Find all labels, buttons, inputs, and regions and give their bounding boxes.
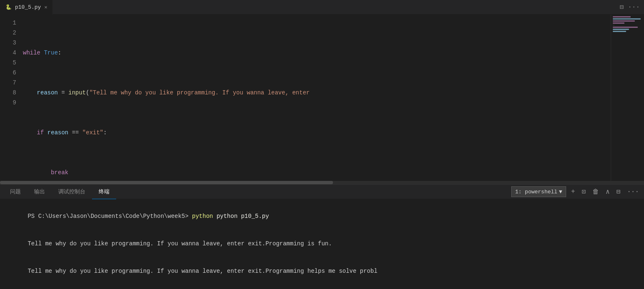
- add-terminal-button[interactable]: +: [569, 187, 577, 196]
- cmd-python: python: [192, 213, 213, 220]
- minimap-line-4: [613, 22, 624, 24]
- tab-debug-console[interactable]: 调试控制台: [52, 185, 92, 199]
- editor-scrollbar[interactable]: [0, 181, 644, 184]
- cmd-filename: python p10_5.py: [216, 213, 269, 220]
- minimap-line-8: [613, 31, 626, 32]
- tab-debug-label: 调试控制台: [58, 188, 85, 195]
- tab-problems[interactable]: 问题: [3, 185, 27, 199]
- tab-bar: 🐍 p10_5.py ✕ ⊟ ···: [0, 0, 644, 15]
- panel-more-button[interactable]: ···: [625, 187, 641, 196]
- panel-controls: 1: powershell ▼ + ⊡ 🗑 ∧ ⊟ ···: [511, 186, 641, 197]
- line-num-1: 1: [0, 18, 16, 28]
- tab-actions: ⊟ ···: [620, 3, 644, 11]
- delete-terminal-button[interactable]: 🗑: [591, 187, 601, 197]
- line-num-6: 6: [0, 68, 16, 78]
- terminal-dropdown[interactable]: 1: powershell ▼: [511, 186, 566, 197]
- terminal-content[interactable]: PS C:\Users\Jason\Documents\Code\Python\…: [0, 199, 644, 289]
- string-exit: "exit": [82, 128, 103, 138]
- terminal-output-1: Tell me why do you like programming. If …: [27, 240, 332, 247]
- terminal-line-2: Tell me why do you like programming. If …: [7, 257, 637, 285]
- panel-tab-bar: 问题 输出 调试控制台 终端 1: powershell ▼ + ⊡ 🗑 ∧ ⊟…: [0, 185, 644, 199]
- chevron-down-icon: ▼: [559, 189, 562, 195]
- tab-close-button[interactable]: ✕: [44, 4, 47, 10]
- terminal-dropdown-label: 1: powershell: [515, 189, 557, 195]
- minimap-line-6: [613, 27, 638, 28]
- string-arg: "Tell me why do you like programming. If…: [90, 88, 310, 98]
- kw-reason-var: reason: [37, 88, 58, 98]
- line-num-4: 4: [0, 48, 16, 58]
- terminal-line-1: Tell me why do you like programming. If …: [7, 230, 637, 257]
- tab-terminal[interactable]: 终端: [92, 185, 116, 199]
- terminal-prompt-1: PS C:\Users\Jason\Documents\Code\Python\…: [7, 203, 637, 230]
- bottom-panel: 问题 输出 调试控制台 终端 1: powershell ▼ + ⊡ 🗑 ∧ ⊟…: [0, 184, 644, 289]
- panel-chevron-up-button[interactable]: ∧: [604, 187, 612, 197]
- kw-true: True: [44, 48, 58, 58]
- terminal-output-2: Tell me why do you like programming. If …: [27, 268, 377, 274]
- maximize-panel-button[interactable]: ⊟: [615, 187, 622, 197]
- line-num-7: 7: [0, 78, 16, 88]
- scrollbar-thumb[interactable]: [0, 181, 333, 184]
- tab-filename: p10_5.py: [15, 4, 41, 10]
- editor-area: 1 2 3 4 5 6 7 8 9 while True: reason = i…: [0, 15, 644, 181]
- code-line-3: if reason == "exit":: [23, 128, 611, 138]
- kw-break: break: [51, 168, 68, 178]
- tab-terminal-label: 终端: [99, 188, 109, 195]
- tab-output[interactable]: 输出: [27, 185, 52, 199]
- minimap: [611, 15, 644, 181]
- python-icon: 🐍: [5, 4, 12, 10]
- minimap-line-7: [613, 29, 629, 30]
- line-numbers: 1 2 3 4 5 6 7 8 9: [0, 15, 23, 181]
- line-num-5: 5: [0, 58, 16, 68]
- tab-problems-label: 问题: [10, 188, 21, 195]
- code-line-4: break: [23, 168, 611, 178]
- line-num-9: 9: [0, 98, 16, 108]
- code-line-2: reason = input("Tell me why do you like …: [23, 88, 611, 98]
- line-num-8: 8: [0, 88, 16, 98]
- minimap-content: [611, 15, 644, 35]
- prompt-text-1: PS C:\Users\Jason\Documents\Code\Python\…: [27, 213, 188, 220]
- line-num-2: 2: [0, 28, 16, 38]
- kw-input-func: input: [68, 88, 86, 98]
- tab-output-label: 输出: [34, 188, 45, 195]
- code-content[interactable]: while True: reason = input("Tell me why …: [23, 15, 611, 181]
- line-num-3: 3: [0, 38, 16, 48]
- split-editor-button[interactable]: ⊟: [620, 3, 624, 11]
- terminal-line-3: ems.: [7, 285, 637, 289]
- split-terminal-button[interactable]: ⊡: [580, 187, 587, 197]
- kw-if: if: [37, 128, 44, 138]
- file-tab[interactable]: 🐍 p10_5.py ✕: [0, 0, 53, 15]
- minimap-line-2: [613, 18, 641, 20]
- code-line-1: while True:: [23, 48, 611, 58]
- kw-while: while: [23, 48, 40, 58]
- minimap-line-3: [613, 20, 635, 22]
- minimap-line-1: [613, 16, 631, 17]
- more-actions-button[interactable]: ···: [628, 3, 640, 11]
- kw-reason-var2: reason: [47, 128, 68, 138]
- minimap-line-5: [613, 25, 614, 26]
